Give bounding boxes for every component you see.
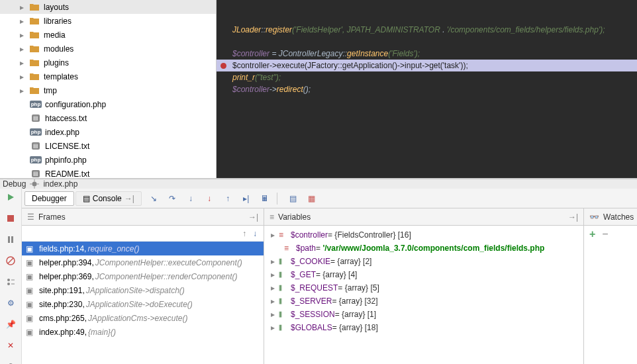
svg-line-10: [8, 258, 13, 263]
nav-up-button[interactable]: ↑: [242, 229, 246, 238]
chevron-right-icon[interactable]: ▸: [20, 72, 28, 81]
variable-value: = {array} [18]: [332, 323, 378, 332]
toggle-button[interactable]: ▤: [287, 192, 300, 205]
tree-label: index.php: [45, 128, 79, 137]
run-to-cursor-button[interactable]: ▸|: [240, 192, 253, 205]
tree-folder[interactable]: ▸tmp: [0, 83, 216, 97]
tree-file[interactable]: ▤README.txt: [0, 167, 216, 178]
chevron-right-icon[interactable]: ▸: [20, 58, 28, 68]
folder-icon: [29, 3, 40, 12]
chevron-right-icon[interactable]: ▸: [271, 296, 279, 306]
chevron-right-icon[interactable]: ▸: [271, 257, 279, 266]
tab-console[interactable]: ▤Console→|: [75, 191, 142, 206]
debug-label: Debug: [3, 179, 26, 189]
frame-row[interactable]: ▣index.php:49, {main}(): [22, 325, 264, 339]
minimize-icon[interactable]: →|: [568, 212, 578, 222]
variables-list[interactable]: ▸≡$controller = {FieldsController} [16]≡…: [264, 226, 583, 364]
view-breakpoints-button[interactable]: [5, 276, 17, 288]
watches-header: 👓 Watches: [584, 208, 637, 226]
variable-row[interactable]: ▸⦀$_SERVER = {array} [32]: [264, 295, 583, 308]
step-into-button[interactable]: ↓: [184, 192, 197, 205]
resume-button[interactable]: [5, 191, 17, 203]
variable-row[interactable]: ▸⦀$_GET = {array} [4]: [264, 268, 583, 281]
tree-file[interactable]: phpconfiguration.php: [0, 97, 216, 111]
folder-icon: [29, 17, 40, 26]
frame-context: require_once(): [87, 244, 139, 253]
tree-label: configuration.php: [45, 100, 106, 109]
minimize-icon[interactable]: →|: [248, 212, 258, 222]
help-button[interactable]: ?: [5, 361, 17, 364]
close-button[interactable]: ✕: [5, 340, 17, 351]
evaluate-button[interactable]: 🖩: [258, 192, 271, 205]
breakpoint-line[interactable]: $controller->execute(JFactory::getApplic…: [217, 60, 637, 71]
mute-breakpoints-button[interactable]: [5, 255, 17, 267]
tree-label: phpinfo.php: [45, 156, 87, 165]
breakpoint-dot-icon[interactable]: [220, 63, 226, 69]
force-step-into-button[interactable]: ↓: [203, 192, 216, 205]
tree-file[interactable]: ▤htaccess.txt: [0, 111, 216, 125]
layout-button[interactable]: ▦: [305, 192, 318, 205]
chevron-right-icon[interactable]: ▸: [20, 86, 28, 95]
code-editor[interactable]: JLoader::register('FieldsHelper', JPATH_…: [217, 0, 637, 178]
tree-folder[interactable]: ▸modules: [0, 42, 216, 56]
frame-row[interactable]: ▣helper.php:369, JComponentHelper::rende…: [22, 269, 264, 283]
tree-folder[interactable]: ▸layouts: [0, 0, 216, 14]
frame-icon: ▣: [26, 244, 36, 253]
frame-context: {main}(): [88, 328, 116, 337]
chevron-right-icon[interactable]: ▸: [271, 270, 279, 279]
variable-row[interactable]: ▸⦀$_SESSION = {array} [1]: [264, 308, 583, 321]
chevron-right-icon[interactable]: ▸: [20, 44, 28, 54]
frame-context: JComponentHelper::executeComponent(): [95, 258, 242, 267]
pin-button[interactable]: 📌: [5, 318, 17, 330]
frame-row[interactable]: ▣site.php:230, JApplicationSite->doExecu…: [22, 297, 264, 311]
tree-folder[interactable]: ▸media: [0, 28, 216, 42]
tree-file[interactable]: phpindex.php: [0, 125, 216, 139]
tab-debugger[interactable]: Debugger: [24, 191, 74, 206]
folder-icon: [29, 44, 40, 54]
variable-row[interactable]: ≡$path = '/var/www/Joomla_3.7.0/componen…: [264, 242, 583, 255]
code-token: '/components/com_fields/helpers/fields.p…: [444, 25, 605, 34]
variable-type-icon: ⦀: [279, 296, 289, 306]
project-tree[interactable]: ▸layouts▸libraries▸media▸modules▸plugins…: [0, 0, 217, 178]
settings-button[interactable]: ⚙: [5, 297, 17, 309]
tree-folder[interactable]: ▸templates: [0, 69, 216, 83]
variable-row[interactable]: ▸⦀$_REQUEST = {array} [5]: [264, 281, 583, 295]
frame-row[interactable]: ▣fields.php:14, require_once(): [22, 242, 264, 255]
chevron-right-icon[interactable]: ▸: [271, 323, 279, 332]
frame-row[interactable]: ▣helper.php:394, JComponentHelper::execu…: [22, 255, 264, 269]
code-line: [217, 36, 637, 48]
variable-row[interactable]: ▸⦀$GLOBALS = {array} [18]: [264, 321, 583, 334]
tree-label: htaccess.txt: [45, 114, 87, 123]
chevron-right-icon[interactable]: ▸: [271, 310, 279, 319]
svg-rect-7: [8, 236, 10, 243]
show-execution-point-button[interactable]: ↘: [147, 192, 160, 205]
nav-down-button[interactable]: ↓: [253, 229, 257, 238]
tree-file[interactable]: phpphpinfo.php: [0, 153, 216, 167]
chevron-right-icon[interactable]: ▸: [20, 3, 28, 12]
frames-list[interactable]: ▣fields.php:14, require_once()▣helper.ph…: [22, 242, 264, 364]
tree-file[interactable]: ▤LICENSE.txt: [0, 139, 216, 153]
variable-value: = {array} [5]: [338, 283, 379, 293]
frame-row[interactable]: ▣site.php:191, JApplicationSite->dispatc…: [22, 283, 264, 297]
tree-folder[interactable]: ▸libraries: [0, 14, 216, 28]
chevron-right-icon[interactable]: ▸: [20, 17, 28, 26]
debug-gutter: ⚙ 📌 ✕ ?: [0, 189, 22, 364]
variable-row[interactable]: ▸⦀$_COOKIE = {array} [2]: [264, 255, 583, 268]
add-watch-button[interactable]: +: [589, 228, 595, 240]
chevron-right-icon[interactable]: ▸: [271, 230, 279, 240]
stop-button[interactable]: [5, 212, 17, 224]
remove-watch-button[interactable]: −: [602, 228, 608, 240]
chevron-right-icon[interactable]: ▸: [20, 30, 28, 40]
chevron-right-icon[interactable]: ▸: [271, 283, 279, 293]
tree-label: media: [44, 30, 66, 40]
step-out-button[interactable]: ↑: [221, 192, 234, 205]
variable-row[interactable]: ▸≡$controller = {FieldsController} [16]: [264, 228, 583, 242]
frame-file: fields.php:14,: [39, 244, 86, 253]
code-token: ("test");: [255, 73, 281, 82]
frame-row[interactable]: ▣cms.php:265, JApplicationCms->execute(): [22, 311, 264, 325]
tree-folder[interactable]: ▸plugins: [0, 56, 216, 69]
step-over-button[interactable]: ↷: [166, 192, 179, 205]
variables-header: ≡ Variables →|: [264, 208, 583, 226]
pause-button[interactable]: [5, 234, 17, 246]
file-icon-wrap: ▤: [30, 114, 41, 123]
